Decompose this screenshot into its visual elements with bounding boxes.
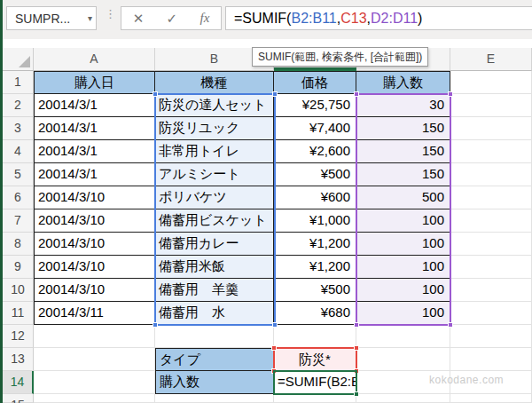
cell-d8[interactable]: 100 (356, 233, 450, 256)
row-header-11[interactable]: 11 (3, 302, 34, 325)
cell-e9[interactable] (450, 256, 532, 279)
cell-a8[interactable]: 20014/3/10 (34, 233, 155, 256)
cell-c2[interactable]: ¥25,750 (274, 94, 356, 117)
cell-a9[interactable]: 20014/3/10 (34, 256, 155, 279)
cell-e5[interactable] (450, 163, 532, 186)
cell-d10[interactable]: 100 (356, 279, 450, 302)
cell-c13[interactable]: 防災* (274, 348, 356, 371)
cell-d15[interactable] (356, 394, 450, 403)
cell-c1[interactable]: 価格 (274, 71, 356, 94)
cell-b14[interactable]: 購入数 (155, 371, 274, 394)
cell-a5[interactable]: 20014/3/1 (34, 163, 155, 186)
cell-c10[interactable]: ¥500 (274, 279, 356, 302)
cell-c6[interactable]: ¥600 (274, 186, 356, 209)
table-row: 11 20014/3/11 備蓄用 水 ¥680 100 (3, 302, 532, 325)
cell-e7[interactable] (450, 209, 532, 233)
cell-d7[interactable]: 100 (356, 209, 450, 233)
column-header-a[interactable]: A (34, 48, 155, 71)
select-all-button[interactable] (3, 48, 34, 71)
row-header-15[interactable]: 15 (3, 394, 34, 403)
row-header-8[interactable]: 8 (3, 233, 34, 256)
cell-d11[interactable]: 100 (356, 302, 450, 325)
cell-b6[interactable]: ポリバケツ (155, 186, 274, 209)
cell-c12[interactable] (274, 325, 356, 348)
cell-c11[interactable]: ¥680 (274, 302, 356, 325)
cell-b8[interactable]: 備蓄用カレー (155, 233, 274, 256)
cell-d4[interactable]: 150 (356, 140, 450, 163)
row-header-4[interactable]: 4 (3, 140, 34, 163)
cell-b7[interactable]: 備蓄用ビスケット (155, 209, 274, 233)
cell-e13[interactable] (450, 348, 532, 371)
cell-c3[interactable]: ¥7,400 (274, 117, 356, 140)
column-header-e[interactable]: E (450, 48, 532, 71)
cell-c7[interactable]: ¥1,000 (274, 209, 356, 233)
cell-c4[interactable]: ¥2,600 (274, 140, 356, 163)
cell-d12[interactable] (356, 325, 450, 348)
cell-c5[interactable]: ¥500 (274, 163, 356, 186)
cell-b1[interactable]: 機種 (155, 71, 274, 94)
row-header-2[interactable]: 2 (3, 94, 34, 117)
cell-a15[interactable] (34, 394, 155, 403)
active-column-highlight (274, 67, 356, 71)
cell-b9[interactable]: 備蓄用米飯 (155, 256, 274, 279)
cell-b10[interactable]: 備蓄用 羊羹 (155, 279, 274, 302)
cell-a13[interactable] (34, 348, 155, 371)
cell-b15[interactable] (155, 394, 274, 403)
chevron-down-icon[interactable]: ▾ (86, 13, 92, 23)
cell-c8[interactable]: ¥1,200 (274, 233, 356, 256)
cell-c15[interactable] (274, 394, 356, 403)
cancel-icon[interactable]: ✕ (133, 11, 145, 27)
formula-input[interactable]: =SUMIF(B2:B11,C13,D2:D11) (225, 6, 532, 30)
row-header-5[interactable]: 5 (3, 163, 34, 186)
cell-b4[interactable]: 非常用トイレ (155, 140, 274, 163)
cell-e2[interactable] (450, 94, 532, 117)
cell-e15[interactable] (450, 394, 532, 403)
cell-b11[interactable]: 備蓄用 水 (155, 302, 274, 325)
cell-a3[interactable]: 20014/3/1 (34, 117, 155, 140)
cell-b2[interactable]: 防災の達人セット (155, 94, 274, 117)
name-box[interactable]: SUMPR... ▾ (6, 6, 97, 30)
cell-a4[interactable]: 20014/3/1 (34, 140, 155, 163)
row-header-1[interactable]: 1 (3, 71, 34, 94)
cell-e1[interactable] (450, 71, 532, 94)
cell-d6[interactable]: 500 (356, 186, 450, 209)
cell-e11[interactable] (450, 302, 532, 325)
cell-a12[interactable] (34, 325, 155, 348)
row-header-10[interactable]: 10 (3, 279, 34, 302)
cell-a11[interactable]: 20014/3/11 (34, 302, 155, 325)
cell-a10[interactable]: 20014/3/10 (34, 279, 155, 302)
row-header-13[interactable]: 13 (3, 348, 34, 371)
cell-b3[interactable]: 防災リユック (155, 117, 274, 140)
row-header-9[interactable]: 9 (3, 256, 34, 279)
fill-handle[interactable] (354, 391, 359, 397)
cell-e4[interactable] (450, 140, 532, 163)
cell-e12[interactable] (450, 325, 532, 348)
cell-d5[interactable]: 150 (356, 163, 450, 186)
row-header-3[interactable]: 3 (3, 117, 34, 140)
insert-function-icon[interactable]: fx (200, 11, 209, 26)
cell-e3[interactable] (450, 117, 532, 140)
cell-b13[interactable]: タイプ (155, 348, 274, 371)
row-header-6[interactable]: 6 (3, 186, 34, 209)
cell-a7[interactable]: 20014/3/10 (34, 209, 155, 233)
cell-e8[interactable] (450, 233, 532, 256)
cell-b12[interactable] (155, 325, 274, 348)
enter-icon[interactable]: ✓ (167, 11, 178, 27)
cell-d13[interactable] (356, 348, 450, 371)
cell-d1[interactable]: 購入数 (356, 71, 450, 94)
cell-a2[interactable]: 20014/3/1 (34, 94, 155, 117)
cell-e6[interactable] (450, 186, 532, 209)
cell-a1[interactable]: 購入日 (34, 71, 155, 94)
cell-d2[interactable]: 30 (356, 94, 450, 117)
cell-d9[interactable]: 100 (356, 256, 450, 279)
cell-c9[interactable]: ¥1,200 (274, 256, 356, 279)
cell-c14-active[interactable]: =SUMIF(B2:B (274, 371, 356, 394)
row-header-12[interactable]: 12 (3, 325, 34, 348)
cell-b5[interactable]: アルミシート (155, 163, 274, 186)
cell-a14[interactable] (34, 371, 155, 394)
row-header-7[interactable]: 7 (3, 209, 34, 233)
row-header-14[interactable]: 14 (3, 371, 34, 394)
cell-d3[interactable]: 150 (356, 117, 450, 140)
cell-e10[interactable] (450, 279, 532, 302)
cell-a6[interactable]: 20014/3/10 (34, 186, 155, 209)
